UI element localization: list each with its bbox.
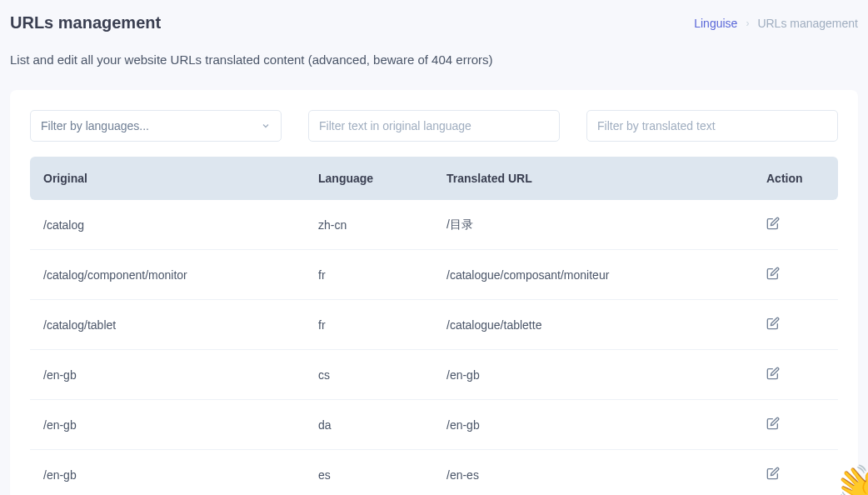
table-row: /catalogzh-cn/目录	[30, 200, 838, 250]
cell-original: /catalog	[43, 218, 318, 232]
cell-translated: /目录	[446, 218, 766, 232]
cell-language: da	[318, 418, 446, 432]
breadcrumb-current: URLs management	[757, 17, 858, 30]
urls-card: Filter by languages... Original Language…	[10, 90, 858, 495]
table-row: /catalog/component/monitorfr/catalogue/c…	[30, 250, 838, 300]
table-row: /catalog/tabletfr/catalogue/tablette	[30, 300, 838, 350]
filter-language-select[interactable]: Filter by languages...	[30, 110, 282, 142]
cell-translated: /catalogue/tablette	[446, 318, 766, 332]
urls-table: Original Language Translated URL Action …	[30, 157, 838, 495]
table-header-row: Original Language Translated URL Action	[30, 157, 838, 200]
chevron-down-icon	[261, 121, 271, 131]
page-title: URLs management	[10, 13, 161, 32]
edit-icon[interactable]	[766, 267, 780, 280]
chevron-right-icon: ›	[746, 18, 749, 29]
cell-original: /en-gb	[43, 368, 318, 382]
cell-action	[766, 267, 825, 282]
cell-action	[766, 417, 825, 432]
cell-language: es	[318, 468, 446, 482]
cell-translated: /en-es	[446, 468, 766, 482]
cell-action	[766, 367, 825, 382]
edit-icon[interactable]	[766, 417, 780, 430]
cell-action	[766, 317, 825, 332]
cell-action	[766, 217, 825, 232]
filter-language-placeholder: Filter by languages...	[41, 119, 149, 132]
cell-language: cs	[318, 368, 446, 382]
cell-language: fr	[318, 268, 446, 282]
cell-original: /catalog/tablet	[43, 318, 318, 332]
edit-icon[interactable]	[766, 317, 780, 330]
header-original: Original	[43, 172, 318, 185]
cell-translated: /en-gb	[446, 368, 766, 382]
header-action: Action	[766, 172, 825, 185]
edit-icon[interactable]	[766, 467, 780, 480]
cell-language: fr	[318, 318, 446, 332]
breadcrumb-home-link[interactable]: Linguise	[694, 17, 737, 30]
header-translated: Translated URL	[446, 172, 766, 185]
filter-translated-wrapper	[586, 110, 838, 142]
breadcrumb: Linguise › URLs management	[694, 13, 858, 30]
cell-language: zh-cn	[318, 218, 446, 232]
filter-original-input[interactable]	[319, 119, 549, 132]
cell-translated: /catalogue/composant/moniteur	[446, 268, 766, 282]
cell-original: /en-gb	[43, 418, 318, 432]
cell-original: /en-gb	[43, 468, 318, 482]
page-description: List and edit all your website URLs tran…	[0, 32, 868, 67]
cell-original: /catalog/component/monitor	[43, 268, 318, 282]
cell-action	[766, 467, 825, 482]
table-row: /en-gbda/en-gb	[30, 400, 838, 450]
cell-translated: /en-gb	[446, 418, 766, 432]
edit-icon[interactable]	[766, 367, 780, 380]
table-row: /en-gbcs/en-gb	[30, 350, 838, 400]
filter-translated-input[interactable]	[597, 119, 827, 132]
header-language: Language	[318, 172, 446, 185]
filter-bar: Filter by languages...	[30, 110, 838, 142]
table-row: /en-gbes/en-es	[30, 450, 838, 495]
edit-icon[interactable]	[766, 217, 780, 230]
filter-original-wrapper	[308, 110, 560, 142]
